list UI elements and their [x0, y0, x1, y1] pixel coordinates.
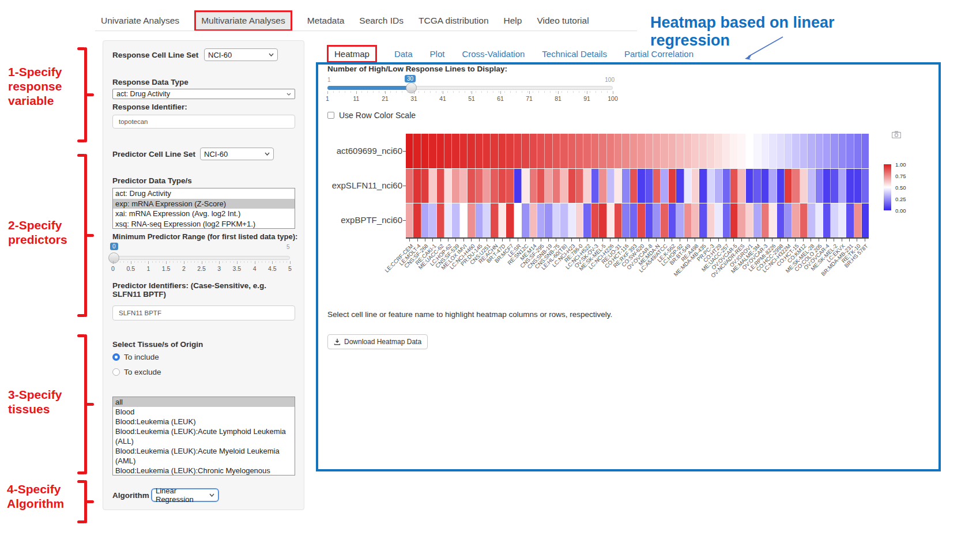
- heatmap-cell[interactable]: [684, 203, 692, 237]
- nav-item-video-tutorial[interactable]: Video tutorial: [537, 16, 589, 26]
- heatmap-cell[interactable]: [669, 203, 676, 237]
- nav-item-multivariate-analyses[interactable]: Multivariate Analyses: [194, 10, 292, 31]
- heatmap-cell[interactable]: [646, 169, 653, 203]
- heatmap-cell[interactable]: [707, 203, 715, 237]
- nav-item-search-ids[interactable]: Search IDs: [359, 16, 404, 26]
- heatmap-cell[interactable]: [576, 203, 583, 237]
- heatmap-cell[interactable]: [483, 169, 491, 203]
- heatmap-cell[interactable]: [460, 169, 468, 203]
- heatmap-cell[interactable]: [862, 169, 869, 203]
- heatmap-cell[interactable]: [545, 169, 552, 203]
- tissue-exclude-radio[interactable]: To exclude: [112, 368, 161, 376]
- tissue-listbox[interactable]: allBloodBlood:Leukemia (LEUK)Blood:Leuke…: [112, 397, 295, 475]
- heatmap-cell[interactable]: [800, 169, 808, 203]
- heatmap-cell[interactable]: [738, 203, 745, 237]
- heatmap-cell[interactable]: [545, 134, 552, 168]
- predictor-data-type-option-exp-mrna-expression-z-score[interactable]: exp: mRNA Expression (Z-Score): [113, 199, 295, 209]
- heatmap-cell[interactable]: [413, 203, 421, 237]
- heatmap-cell[interactable]: [846, 203, 854, 237]
- heatmap-cell[interactable]: [468, 169, 475, 203]
- heatmap-cell[interactable]: [483, 203, 491, 237]
- heatmap-cell[interactable]: [413, 134, 421, 168]
- heatmap-cell[interactable]: [522, 203, 529, 237]
- heatmap-cell[interactable]: [537, 134, 545, 168]
- heatmap-cell[interactable]: [499, 169, 506, 203]
- camera-icon[interactable]: [892, 131, 901, 138]
- heatmap-cell[interactable]: [684, 134, 692, 168]
- heatmap-cell[interactable]: [769, 169, 777, 203]
- heatmap-cell[interactable]: [452, 169, 459, 203]
- heatmap-cell[interactable]: [468, 203, 475, 237]
- heatmap-cell[interactable]: [576, 134, 583, 168]
- heatmap-cell[interactable]: [638, 203, 645, 237]
- tab-technical-details[interactable]: Technical Details: [542, 49, 607, 59]
- heatmap-cell[interactable]: [699, 203, 707, 237]
- heatmap-cell[interactable]: [762, 203, 769, 237]
- heatmap-cell[interactable]: [676, 203, 684, 237]
- heatmap-cell[interactable]: [723, 203, 730, 237]
- heatmap-cell[interactable]: [823, 203, 831, 237]
- tissue-option-all[interactable]: all: [113, 397, 295, 407]
- heatmap-cell[interactable]: [499, 203, 506, 237]
- heatmap-cell[interactable]: [553, 203, 560, 237]
- heatmap-cell[interactable]: [746, 169, 753, 203]
- download-heatmap-button[interactable]: Download Heatmap Data: [327, 334, 428, 349]
- heatmap-cell[interactable]: [406, 203, 413, 237]
- nav-item-tcga-distribution[interactable]: TCGA distribution: [419, 16, 488, 26]
- tissue-option-blood-leukemia-leuk-chronic-myelogenous-[interactable]: Blood:Leukemia (LEUK):Chronic Myelogenou…: [113, 466, 295, 475]
- heatmap-cell[interactable]: [699, 134, 707, 168]
- heatmap-cell[interactable]: [661, 169, 668, 203]
- heatmap-cell[interactable]: [591, 134, 599, 168]
- heatmap-cell[interactable]: [560, 134, 568, 168]
- heatmap-cell[interactable]: [808, 134, 815, 168]
- heatmap-cell[interactable]: [715, 134, 722, 168]
- heatmap-cell[interactable]: [560, 169, 568, 203]
- predictor-data-type-option-act-drug-activity[interactable]: act: Drug Activity: [113, 188, 295, 199]
- heatmap-cell[interactable]: [653, 134, 661, 168]
- heatmap-cell[interactable]: [846, 134, 854, 168]
- heatmap-cell[interactable]: [738, 169, 745, 203]
- heatmap-cell[interactable]: [429, 169, 436, 203]
- heatmap-cell[interactable]: [545, 203, 552, 237]
- tissue-option-blood-leukemia-leuk-acute-lymphoid-leuke[interactable]: Blood:Leukemia (LEUK):Acute Lymphoid Leu…: [113, 427, 295, 446]
- heatmap-cell[interactable]: [622, 203, 630, 237]
- heatmap-cell[interactable]: [800, 203, 808, 237]
- heatmap-cell[interactable]: [421, 203, 429, 237]
- heatmap-cell[interactable]: [699, 169, 707, 203]
- heatmap-row-label-expbptf-nci60[interactable]: expBPTF_nci60: [316, 215, 402, 225]
- heatmap-cell[interactable]: [583, 134, 591, 168]
- heatmap-cell[interactable]: [568, 203, 576, 237]
- range-slider-track[interactable]: [113, 256, 290, 260]
- heatmap-cell[interactable]: [514, 134, 522, 168]
- heatmap-cell[interactable]: [413, 169, 421, 203]
- heatmap-cell[interactable]: [808, 169, 815, 203]
- predictor-cell-line-set-select[interactable]: NCI-60: [200, 148, 274, 160]
- heatmap-cell[interactable]: [777, 134, 785, 168]
- heatmap-cell[interactable]: [421, 169, 429, 203]
- heatmap-cell[interactable]: [553, 169, 560, 203]
- heatmap-cell[interactable]: [444, 169, 452, 203]
- heatmap-cell[interactable]: [777, 169, 785, 203]
- tab-data[interactable]: Data: [394, 49, 413, 59]
- heatmap-cell[interactable]: [808, 203, 815, 237]
- heatmap-cell[interactable]: [730, 169, 738, 203]
- heatmap-cell[interactable]: [491, 169, 498, 203]
- checkbox-unchecked-icon[interactable]: [327, 112, 334, 119]
- heatmap-cell[interactable]: [800, 134, 808, 168]
- heatmap-cell[interactable]: [638, 134, 645, 168]
- heatmap-cell[interactable]: [792, 169, 800, 203]
- heatmap-cell[interactable]: [653, 203, 661, 237]
- tissue-option-blood-leukemia-leuk[interactable]: Blood:Leukemia (LEUK): [113, 417, 295, 427]
- heatmap-cell[interactable]: [753, 134, 761, 168]
- heatmap-cell[interactable]: [615, 203, 622, 237]
- heatmap-cell[interactable]: [692, 134, 699, 168]
- heatmap-cell[interactable]: [483, 134, 491, 168]
- heatmap-cell[interactable]: [684, 169, 692, 203]
- heatmap-cell[interactable]: [646, 203, 653, 237]
- heatmap-cell[interactable]: [715, 169, 722, 203]
- heatmap-cell[interactable]: [723, 134, 730, 168]
- tab-cross-validation[interactable]: Cross-Validation: [462, 49, 525, 59]
- heatmap-cell[interactable]: [476, 134, 483, 168]
- heatmap-cell[interactable]: [707, 134, 715, 168]
- heatmap-cell[interactable]: [429, 134, 436, 168]
